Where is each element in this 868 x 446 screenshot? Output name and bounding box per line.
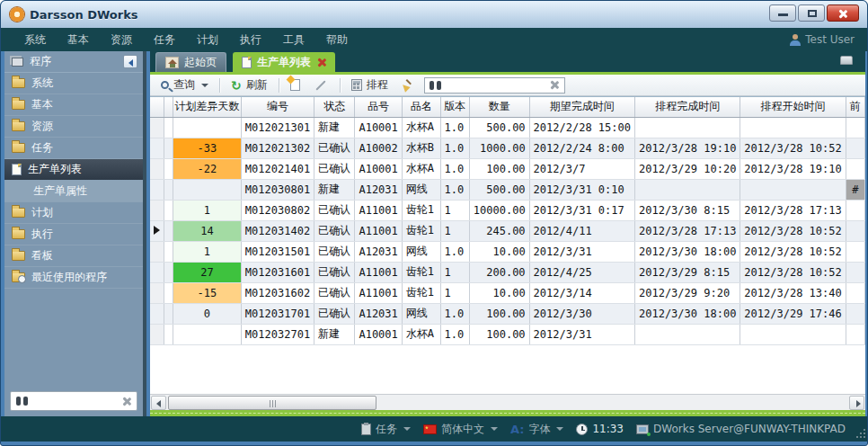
menu-item-基本[interactable]: 基本 — [57, 30, 100, 49]
sidebar-item-系统[interactable]: 系统 — [4, 73, 143, 94]
query-button[interactable]: 查询 — [157, 76, 212, 94]
magnifier-icon — [161, 81, 169, 89]
column-header-品号[interactable]: 品号 — [355, 97, 402, 117]
sidebar-collapse-button[interactable] — [123, 55, 137, 68]
menu-item-执行[interactable]: 执行 — [229, 30, 272, 49]
cell-品号: A10001 — [355, 117, 402, 138]
column-header-排程完成时间[interactable]: 排程完成时间 — [634, 97, 740, 117]
row-selector[interactable] — [150, 117, 164, 138]
cell-前 — [846, 241, 864, 262]
table-row[interactable]: M012021301新建A10001水杯A1.0500.002012/2/28 … — [150, 117, 865, 138]
table-row[interactable]: M012030801新建A12031网线1.0500.002012/3/31 0… — [150, 179, 865, 200]
menu-item-帮助[interactable]: 帮助 — [315, 30, 359, 49]
row-selector[interactable] — [150, 158, 164, 179]
refresh-button[interactable]: ↻ 刷新 — [227, 76, 271, 94]
status-item-简体中文[interactable]: 简体中文 — [423, 422, 498, 437]
row-selector[interactable] — [150, 262, 164, 282]
maximize-button[interactable] — [798, 4, 825, 22]
row-selector[interactable] — [150, 282, 164, 303]
sidebar-item-资源[interactable]: 资源 — [4, 116, 143, 138]
sidebar-item-计划[interactable]: 计划 — [4, 202, 143, 224]
dropdown-caret-icon[interactable] — [491, 427, 498, 431]
horizontal-scrollbar[interactable] — [150, 394, 865, 410]
menu-item-计划[interactable]: 计划 — [186, 30, 229, 49]
table-row[interactable]: -22M012021401已确认A10001水杯A1.0100.002012/3… — [150, 158, 865, 179]
scroll-left-button[interactable] — [151, 396, 166, 410]
minimize-button[interactable] — [769, 4, 796, 22]
column-header-计划差异天数[interactable]: 计划差异天数 — [173, 97, 241, 117]
sidebar-item-看板[interactable]: 看板 — [4, 245, 143, 267]
table-row[interactable]: 14M012031402已确认A11001齿轮11245.002012/4/11… — [150, 220, 865, 241]
status-item-任务[interactable]: 任务 — [361, 422, 411, 437]
status-item-字体[interactable]: A:字体 — [510, 422, 564, 437]
status-label: 任务 — [376, 422, 397, 437]
sidebar-item-基本[interactable]: 基本 — [4, 94, 143, 116]
column-header-品名[interactable]: 品名 — [402, 97, 440, 117]
user-indicator[interactable]: Test User — [790, 33, 855, 46]
sidebar-search-input[interactable] — [32, 395, 121, 407]
edit-button[interactable] — [309, 83, 332, 88]
dropdown-caret-icon[interactable] — [556, 427, 563, 431]
row-selector[interactable] — [150, 179, 164, 200]
cell-版本: 1 — [440, 220, 469, 241]
sidebar-item-最近使用的程序[interactable]: 最近使用的程序 — [4, 267, 143, 289]
grid-search-input[interactable] — [446, 79, 550, 92]
sidebar-item-任务[interactable]: 任务 — [4, 138, 143, 159]
column-header-期望完成时间[interactable]: 期望完成时间 — [529, 97, 634, 117]
tab-production-order-list[interactable]: 生产单列表 — [233, 52, 335, 72]
sidebar-item-执行[interactable]: 执行 — [4, 224, 143, 245]
menu-item-系统[interactable]: 系统 — [13, 30, 57, 49]
row-selector[interactable] — [150, 138, 164, 158]
close-button[interactable] — [827, 4, 859, 22]
query-dropdown-icon[interactable] — [201, 84, 208, 87]
row-selector[interactable] — [150, 303, 164, 324]
tab-pin-icon[interactable] — [840, 56, 853, 65]
table-row[interactable]: -33M012021302已确认A10002水杯B1.01000.002012/… — [150, 138, 865, 158]
menu-item-任务[interactable]: 任务 — [143, 30, 186, 49]
table-row[interactable]: 27M012031601已确认A11001齿轮11200.002012/4/25… — [150, 262, 865, 282]
row-indicator-cell — [164, 282, 173, 303]
new-button[interactable] — [287, 77, 304, 93]
row-selector[interactable] — [150, 200, 164, 220]
resize-grip[interactable] — [856, 429, 865, 438]
column-header-版本[interactable]: 版本 — [440, 97, 469, 117]
column-header-数量[interactable]: 数量 — [469, 97, 529, 117]
sidebar-search-clear-icon[interactable] — [121, 397, 131, 406]
sidebar-item-生产单列表[interactable]: 生产单列表 — [4, 159, 143, 181]
sidebar-item-生产单属性[interactable]: 生产单属性 — [4, 181, 143, 202]
dropdown-caret-icon[interactable] — [403, 427, 411, 431]
cell-版本: 1.0 — [440, 241, 469, 262]
status-item-DWorks Server@FUNWAY-THINKPAD[interactable]: DWorks Server@FUNWAY-THINKPAD — [636, 423, 846, 435]
grid-search-clear-icon[interactable] — [550, 80, 560, 90]
titlebar: Darsson DWorks — [1, 1, 867, 28]
cell-期望完成时间: 2012/3/30 — [529, 303, 634, 324]
table-row[interactable]: 1M012030802已确认A11001齿轮1110000.002012/3/3… — [150, 200, 865, 220]
cell-数量: 10.00 — [469, 282, 529, 303]
menu-item-资源[interactable]: 资源 — [100, 30, 143, 49]
scroll-right-button[interactable] — [849, 396, 864, 410]
row-selector[interactable] — [150, 220, 164, 241]
table-row[interactable]: -15M012031602已确认A11001齿轮1110.002012/3/14… — [150, 282, 865, 303]
column-header-前[interactable]: 前 — [846, 97, 864, 117]
clean-button[interactable] — [397, 77, 417, 94]
tab-home[interactable]: 起始页 — [155, 52, 226, 72]
status-item-11:33[interactable]: 11:33 — [576, 423, 624, 435]
cell-排程完成时间: 2012/3/28 17:13 — [634, 220, 740, 241]
table-row[interactable]: 0M012031701已确认A12031网线1.0100.002012/3/30… — [150, 303, 865, 324]
column-header-排程开始时间[interactable]: 排程开始时间 — [740, 97, 846, 117]
cell-状态: 新建 — [314, 117, 355, 138]
row-selector[interactable] — [150, 324, 164, 344]
column-header-状态[interactable]: 状态 — [314, 97, 355, 117]
table-row[interactable]: M012032701新建A10001水杯A1.0100.002012/3/31 — [150, 324, 865, 344]
schedule-button[interactable]: 排程 — [348, 76, 392, 94]
row-selector[interactable] — [150, 241, 164, 262]
cell-品名: 齿轮1 — [402, 262, 440, 282]
cell-品号: A11001 — [355, 200, 402, 220]
column-header-编号[interactable]: 编号 — [241, 97, 314, 117]
binoculars-icon — [16, 397, 28, 406]
menu-item-工具[interactable]: 工具 — [272, 30, 315, 49]
scrollbar-thumb[interactable] — [168, 396, 376, 410]
tab-close-icon[interactable] — [316, 58, 326, 67]
status-label: 11:33 — [592, 423, 624, 435]
table-row[interactable]: 1M012031501已确认A12031网线1.010.002012/3/312… — [150, 241, 865, 262]
